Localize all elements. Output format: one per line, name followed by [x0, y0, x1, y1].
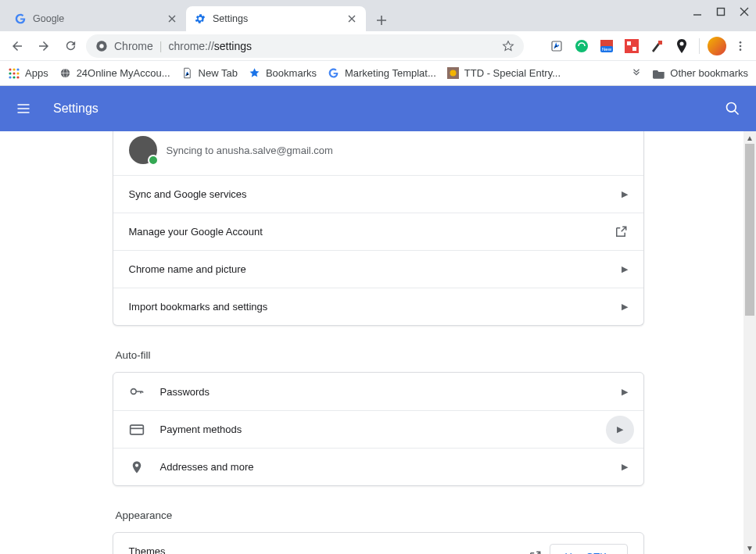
tab-google[interactable]: Google — [6, 6, 186, 31]
external-link-icon — [614, 225, 628, 239]
sync-status-text: Syncing to anusha.salve@gmail.com — [167, 145, 333, 156]
chevron-right-icon: ▶ — [622, 462, 628, 472]
chevron-right-icon: ▶ — [622, 387, 628, 397]
extension-icon[interactable] — [672, 37, 691, 55]
new-tab-button[interactable] — [371, 9, 392, 31]
bookmark-item[interactable]: Bookmarks — [249, 67, 317, 80]
scroll-down-arrow-icon[interactable]: ▼ — [743, 541, 756, 554]
use-gtk-button[interactable]: Use GTK+ — [550, 544, 627, 554]
settings-header: Settings — [0, 86, 756, 131]
reload-button[interactable] — [59, 35, 81, 57]
svg-point-29 — [727, 103, 736, 113]
bookmarks-bar: Apps 24Online MyAccou... New Tab Bookmar… — [0, 61, 756, 86]
manage-account-row[interactable]: Manage your Google Account — [113, 213, 643, 250]
extension-icon[interactable] — [572, 37, 591, 55]
maximize-button[interactable] — [715, 6, 726, 17]
section-title-appearance: Appearance — [116, 509, 644, 521]
tab-title: Settings — [213, 13, 339, 24]
chevron-right-icon: ▶ — [622, 264, 628, 274]
svg-point-21 — [16, 72, 19, 74]
addresses-row[interactable]: Addresses and more ▶ — [113, 448, 643, 485]
close-window-button[interactable] — [739, 6, 750, 17]
profile-avatar — [129, 136, 157, 164]
close-icon[interactable] — [166, 13, 178, 25]
bookmark-overflow[interactable] — [631, 68, 642, 79]
extension-icon[interactable] — [547, 37, 566, 55]
scrollbar[interactable]: ▲ ▼ — [743, 131, 756, 554]
star-icon[interactable] — [502, 40, 514, 52]
chrome-name-picture-row[interactable]: Chrome name and picture ▶ — [113, 250, 643, 288]
svg-rect-10 — [632, 47, 636, 51]
forward-button[interactable] — [33, 35, 55, 57]
extension-icon[interactable]: New — [597, 37, 616, 55]
google-favicon-icon — [14, 13, 27, 25]
payment-methods-row[interactable]: Payment methods ▶ — [113, 410, 643, 448]
svg-point-13 — [740, 41, 742, 44]
bookmark-item[interactable]: Marketing Templat... — [328, 67, 436, 80]
svg-point-28 — [450, 70, 457, 77]
sync-status-row: Syncing to anusha.salve@gmail.com — [113, 131, 643, 175]
svg-point-2 — [99, 44, 103, 48]
bookmark-item[interactable]: New Tab — [181, 67, 238, 80]
close-icon[interactable] — [346, 13, 358, 25]
chevron-right-icon: ▶ — [622, 302, 628, 312]
svg-text:New: New — [602, 47, 612, 52]
folder-icon — [653, 67, 665, 80]
svg-point-18 — [16, 68, 19, 70]
other-bookmarks[interactable]: Other bookmarks — [653, 67, 748, 80]
svg-point-17 — [13, 68, 15, 70]
window-titlebar: Google Settings — [0, 0, 756, 31]
svg-rect-9 — [627, 41, 631, 45]
themes-row[interactable]: Themes Classic Use GTK+ — [113, 533, 643, 554]
scrollbar-thumb[interactable] — [745, 144, 754, 316]
svg-point-4 — [575, 40, 588, 52]
tab-settings[interactable]: Settings — [186, 6, 366, 31]
extension-icon[interactable] — [647, 37, 666, 55]
site-icon — [447, 67, 460, 80]
section-title-autofill: Auto-fill — [116, 349, 644, 361]
menu-icon[interactable] — [16, 101, 31, 116]
profile-avatar[interactable] — [708, 37, 726, 55]
extension-icon[interactable] — [622, 37, 641, 55]
scroll-up-arrow-icon[interactable]: ▲ — [743, 131, 756, 144]
extensions-row: New — [547, 37, 691, 55]
import-bookmarks-row[interactable]: Import bookmarks and settings ▶ — [113, 288, 643, 325]
sync-on-badge-icon — [148, 155, 159, 166]
window-controls — [692, 6, 750, 17]
kebab-menu-icon[interactable] — [731, 37, 750, 55]
svg-point-14 — [740, 45, 742, 47]
svg-rect-11 — [658, 41, 662, 45]
people-card: Syncing to anusha.salve@gmail.com Sync a… — [113, 131, 644, 326]
svg-point-24 — [16, 76, 19, 78]
svg-point-23 — [13, 76, 15, 78]
svg-point-20 — [13, 72, 15, 74]
page-title: Settings — [53, 102, 703, 116]
passwords-row[interactable]: Passwords ▶ — [113, 373, 643, 410]
credit-card-icon — [129, 422, 145, 438]
svg-rect-8 — [625, 39, 639, 53]
svg-point-19 — [9, 72, 11, 74]
svg-rect-31 — [130, 425, 143, 434]
bookmark-item[interactable]: 24Online MyAccou... — [59, 67, 170, 80]
location-pin-icon — [129, 459, 145, 475]
chevron-right-icon: ▶ — [606, 416, 634, 444]
apps-grid-icon — [8, 67, 20, 80]
sync-services-row[interactable]: Sync and Google services ▶ — [113, 175, 643, 213]
bookmark-item[interactable]: TTD - Special Entry... — [447, 67, 561, 80]
external-link-icon — [528, 550, 542, 555]
star-icon — [249, 67, 261, 80]
key-icon — [129, 384, 145, 399]
svg-point-16 — [9, 68, 11, 70]
autofill-card: Passwords ▶ Payment methods ▶ Addresses … — [113, 372, 644, 486]
search-icon[interactable] — [725, 101, 740, 116]
svg-point-30 — [131, 389, 136, 395]
chrome-icon — [95, 40, 108, 52]
chevron-right-icon: ▶ — [622, 189, 628, 199]
address-bar[interactable]: Chrome | chrome://settings — [86, 34, 524, 58]
svg-point-15 — [740, 48, 742, 51]
minimize-button[interactable] — [692, 6, 703, 17]
google-favicon-icon — [328, 67, 340, 80]
back-button[interactable] — [6, 35, 28, 57]
apps-button[interactable]: Apps — [8, 67, 48, 80]
svg-point-12 — [680, 41, 684, 45]
